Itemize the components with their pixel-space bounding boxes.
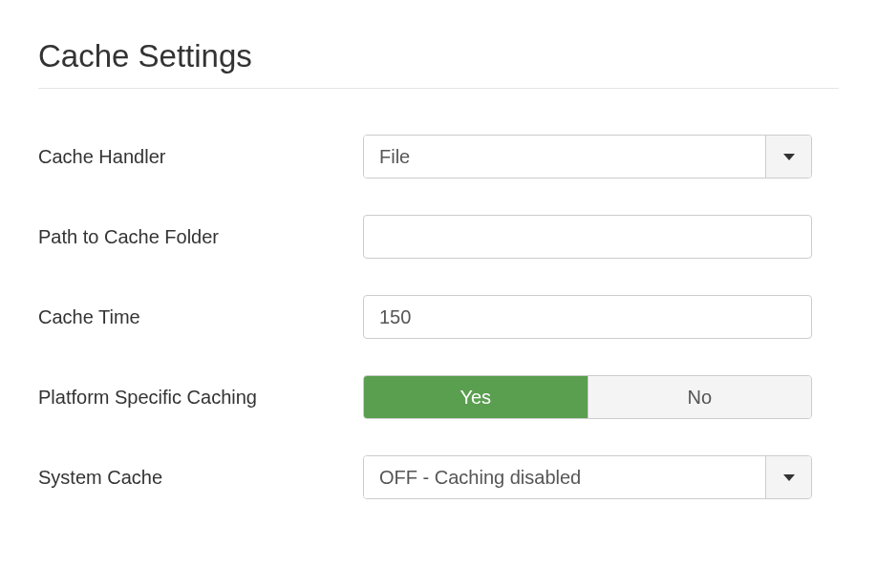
cache-time-row: Cache Time bbox=[38, 295, 839, 339]
path-to-cache-folder-label: Path to Cache Folder bbox=[38, 226, 363, 248]
cache-handler-select[interactable]: File bbox=[363, 135, 812, 178]
chevron-down-icon bbox=[783, 474, 795, 481]
platform-caching-no-button[interactable]: No bbox=[588, 376, 812, 418]
cache-handler-value: File bbox=[364, 136, 765, 178]
platform-specific-caching-toggle: Yes No bbox=[363, 375, 812, 419]
path-to-cache-folder-row: Path to Cache Folder bbox=[38, 215, 839, 259]
system-cache-caret-button[interactable] bbox=[765, 456, 811, 498]
platform-specific-caching-label: Platform Specific Caching bbox=[38, 387, 363, 409]
system-cache-value: OFF - Caching disabled bbox=[364, 456, 765, 498]
cache-handler-caret-button[interactable] bbox=[765, 136, 811, 178]
chevron-down-icon bbox=[783, 154, 795, 160]
system-cache-select[interactable]: OFF - Caching disabled bbox=[363, 455, 812, 499]
page-title: Cache Settings bbox=[38, 38, 839, 74]
platform-caching-yes-button[interactable]: Yes bbox=[364, 376, 588, 418]
cache-handler-label: Cache Handler bbox=[38, 146, 363, 168]
section-divider bbox=[38, 88, 839, 89]
cache-time-label: Cache Time bbox=[38, 306, 363, 328]
path-to-cache-folder-input[interactable] bbox=[363, 215, 812, 259]
cache-handler-row: Cache Handler File bbox=[38, 135, 839, 178]
system-cache-label: System Cache bbox=[38, 467, 363, 489]
platform-specific-caching-row: Platform Specific Caching Yes No bbox=[38, 375, 839, 419]
system-cache-row: System Cache OFF - Caching disabled bbox=[38, 455, 839, 499]
cache-time-input[interactable] bbox=[363, 295, 812, 339]
